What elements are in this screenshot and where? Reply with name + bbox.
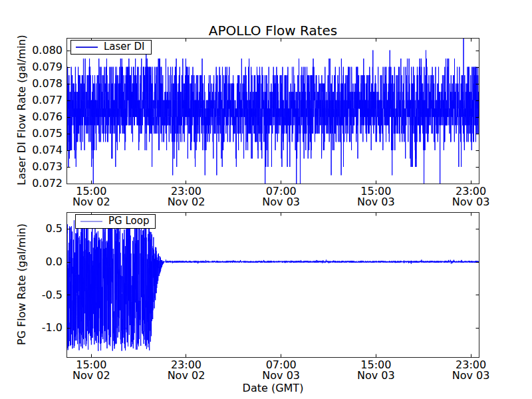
y-tick-label: 0.075	[25, 128, 63, 140]
x-tick-label: 15:00Nov 03	[345, 360, 406, 380]
x-tick-label: 15:00Nov 02	[61, 186, 122, 207]
legend-line-icon	[76, 47, 98, 48]
x-tick-label: 23:00Nov 02	[156, 360, 217, 380]
y-tick-label: 0.074	[25, 144, 63, 156]
x-axis-label: Date (GMT)	[66, 382, 479, 394]
y-tick-label: 0.076	[25, 111, 63, 123]
x-tick-date: Nov 02	[61, 197, 122, 207]
pg-loop-series-canvas	[67, 213, 479, 357]
y-tick-label: 0.080	[25, 45, 63, 57]
x-tick-date: Nov 02	[156, 370, 217, 381]
x-tick-label: 07:00Nov 03	[251, 360, 312, 380]
legend-label: PG Loop	[108, 215, 149, 227]
x-tick-date: Nov 03	[345, 197, 406, 207]
legend-pg-loop: PG Loop	[75, 214, 156, 229]
x-tick-date: Nov 03	[440, 197, 501, 207]
chart-title: APOLLO Flow Rates	[66, 23, 479, 38]
x-tick-date: Nov 02	[156, 197, 217, 207]
x-tick-date: Nov 03	[251, 370, 312, 381]
y-tick-label: 0.073	[25, 161, 63, 173]
legend-label: Laser DI	[104, 41, 145, 53]
y-tick-label: 0.078	[25, 78, 63, 90]
x-tick-label: 23:00Nov 02	[156, 186, 217, 207]
x-tick-date: Nov 03	[345, 370, 406, 381]
pg-loop-plot: PG Loop	[66, 212, 479, 358]
y-tick-label: 0.5	[25, 223, 63, 235]
y-tick-label: -0.5	[25, 289, 63, 301]
x-tick-label: 23:00Nov 03	[440, 186, 501, 207]
x-tick-label: 07:00Nov 03	[251, 186, 312, 207]
y-tick-label: 0.077	[25, 94, 63, 106]
legend-line-icon	[80, 221, 102, 222]
x-tick-label: 23:00Nov 03	[440, 360, 501, 380]
y-tick-label: -1.0	[25, 322, 63, 334]
x-tick-date: Nov 02	[61, 370, 122, 381]
y-tick-label: 0.072	[25, 178, 63, 190]
x-tick-date: Nov 03	[251, 197, 312, 207]
x-tick-label: 15:00Nov 02	[61, 360, 122, 380]
y-tick-label: 0.079	[25, 61, 63, 73]
figure: APOLLO Flow Rates Laser DI PG Loop Laser…	[0, 0, 532, 399]
legend-laser-di: Laser DI	[70, 40, 152, 55]
x-tick-label: 15:00Nov 03	[345, 186, 406, 207]
y-axis-label-pg-loop: PG Flow Rate (gal/min)	[15, 178, 28, 391]
x-tick-date: Nov 03	[440, 370, 501, 381]
y-tick-label: 0.0	[25, 256, 63, 268]
laser-di-series-canvas	[67, 39, 479, 184]
laser-di-plot: Laser DI	[66, 38, 479, 184]
